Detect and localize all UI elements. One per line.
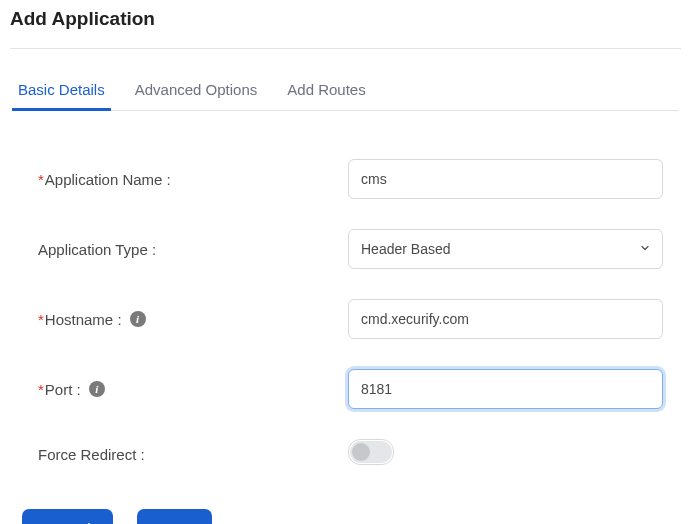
info-icon[interactable]: i xyxy=(89,381,105,397)
application-name-input[interactable] xyxy=(348,159,663,199)
tab-basic-details[interactable]: Basic Details xyxy=(18,73,105,110)
application-type-select[interactable]: Header Based xyxy=(348,229,663,269)
label-force-redirect: Force Redirect : xyxy=(38,446,348,463)
page-title: Add Application xyxy=(10,8,681,30)
toggle-knob xyxy=(352,443,370,461)
label-text-force-redirect: Force Redirect : xyxy=(38,446,145,463)
label-application-type: Application Type : xyxy=(38,241,348,258)
force-redirect-toggle[interactable] xyxy=(350,441,392,463)
tab-bar: Basic Details Advanced Options Add Route… xyxy=(18,73,679,111)
info-icon[interactable]: i xyxy=(130,311,146,327)
label-text-port: Port : xyxy=(45,381,81,398)
label-text-hostname: Hostname : xyxy=(45,311,122,328)
hostname-input[interactable] xyxy=(348,299,663,339)
label-text-application-name: Application Name : xyxy=(45,171,171,188)
tab-add-routes[interactable]: Add Routes xyxy=(287,73,365,110)
label-text-application-type: Application Type : xyxy=(38,241,156,258)
port-input[interactable] xyxy=(348,369,663,409)
cancel-button[interactable]: Cancel xyxy=(22,509,113,524)
label-hostname: *Hostname : i xyxy=(38,311,348,328)
next-button[interactable]: Next xyxy=(137,509,212,524)
divider xyxy=(10,48,681,49)
label-port: *Port : i xyxy=(38,381,348,398)
label-application-name: *Application Name : xyxy=(38,171,348,188)
form-basic-details: *Application Name : Application Type : H… xyxy=(10,111,681,469)
action-buttons: Cancel Next xyxy=(22,509,681,524)
tab-advanced-options[interactable]: Advanced Options xyxy=(135,73,258,110)
